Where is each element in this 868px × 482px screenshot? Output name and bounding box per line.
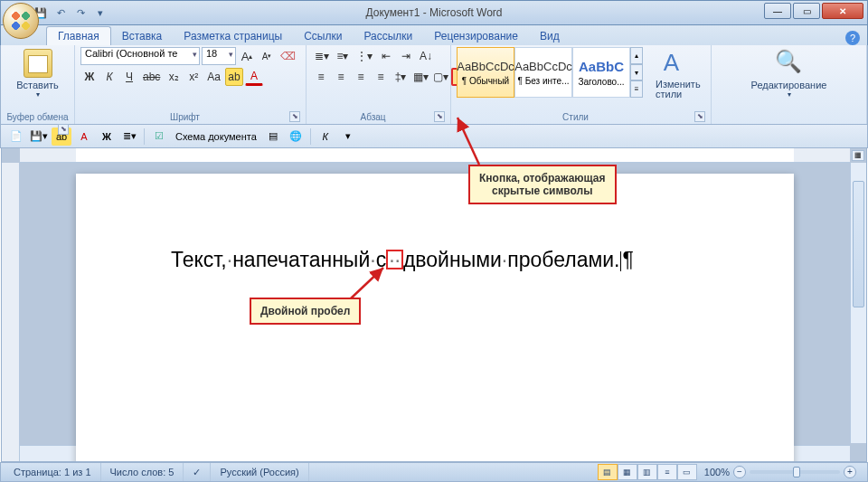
change-styles-label: Изменить стили — [656, 80, 701, 99]
zoom-thumb[interactable] — [793, 467, 800, 477]
tab-mailings[interactable]: Рассылки — [353, 27, 423, 45]
proofing-icon: ✓ — [193, 467, 201, 478]
shrink-font-button[interactable]: A▾ — [258, 47, 276, 65]
tab-review[interactable]: Рецензирование — [423, 27, 529, 45]
page[interactable]: Текст,·напечатанный·с··двойными·пробелам… — [76, 174, 794, 462]
superscript-button[interactable]: x² — [184, 68, 203, 86]
align-center-button[interactable]: ≡ — [332, 68, 350, 86]
change-case-button[interactable]: Aa — [204, 68, 223, 86]
group-paragraph-label: Абзац — [360, 112, 385, 122]
close-button[interactable]: ✕ — [822, 3, 863, 19]
bullet-list-button[interactable]: ≣▾ — [312, 47, 332, 65]
tab-references[interactable]: Ссылки — [293, 27, 353, 45]
outdent-button[interactable]: ⇤ — [377, 47, 395, 65]
change-styles-button[interactable]: A Изменить стили — [650, 47, 706, 101]
border-button[interactable]: ▢▾ — [431, 68, 449, 86]
number-list-button[interactable]: ≡▾ — [334, 47, 352, 65]
qat-undo[interactable]: ↶ — [52, 4, 70, 22]
zoom-in-button[interactable]: + — [844, 466, 856, 478]
shading-button[interactable]: ▦▾ — [411, 68, 429, 86]
clipboard-icon — [24, 49, 52, 78]
ruler-vertical[interactable] — [2, 163, 20, 461]
status-language[interactable]: Русский (Россия) — [211, 463, 308, 481]
minimize-button[interactable]: — — [764, 3, 791, 19]
editing-button[interactable]: 🔍 Редактирование ▾ — [717, 47, 861, 100]
view-web[interactable]: ▥ — [637, 464, 657, 480]
group-styles: AaBbCcDc ¶ Обычный AaBbCcDc ¶ Без инте..… — [451, 45, 712, 124]
font-name-combo[interactable]: Calibri (Основной те — [80, 47, 200, 65]
multilevel-button[interactable]: ⋮▾ — [354, 47, 375, 65]
ruler-horizontal[interactable] — [20, 148, 850, 163]
tb2-bullets[interactable]: ≣▾ — [119, 128, 139, 146]
office-button[interactable] — [3, 3, 39, 39]
scrollbar-vertical[interactable] — [850, 163, 866, 443]
highlight-button[interactable]: ab — [225, 68, 243, 86]
tb2-dropdown[interactable]: ▾ — [338, 128, 358, 146]
font-size-combo[interactable]: 18 — [202, 47, 236, 65]
style-name: ¶ Обычный — [462, 76, 509, 86]
align-right-button[interactable]: ≡ — [352, 68, 370, 86]
status-proofing[interactable]: ✓ — [184, 463, 211, 481]
callout-double-space: Двойной пробел — [250, 298, 361, 325]
line-spacing-button[interactable]: ‡▾ — [392, 68, 410, 86]
qat-redo[interactable]: ↷ — [71, 4, 90, 22]
sort-button[interactable]: A↓ — [417, 47, 435, 65]
view-print-layout[interactable]: ▤ — [598, 464, 618, 480]
view-draft[interactable]: ▭ — [677, 464, 697, 480]
maximize-button[interactable]: ▭ — [793, 3, 820, 19]
tb2-check[interactable]: ☑ — [149, 128, 169, 146]
strike-button[interactable]: abc — [140, 68, 163, 86]
font-color-button[interactable]: A — [245, 68, 263, 86]
paste-button[interactable]: Вставить ▾ — [6, 47, 69, 100]
tb2-save[interactable]: 💾▾ — [29, 128, 49, 146]
tb2-bold[interactable]: Ж — [97, 128, 117, 146]
indent-button[interactable]: ⇥ — [397, 47, 415, 65]
callout-pilcrow: Кнопка, отображающая скрытые символы — [468, 165, 617, 204]
addins-toolbar: 📄 💾▾ ab A Ж ≣▾ ☑ Схема документа ▤ 🌐 К ▾ — [0, 125, 868, 148]
styles-dialog[interactable]: ⬊ — [694, 111, 705, 122]
font-dialog[interactable]: ⬊ — [289, 111, 300, 122]
group-clipboard-label: Буфер обмена — [7, 112, 69, 122]
ruler-toggle[interactable]: ▦ — [852, 150, 864, 161]
tb2-web[interactable]: 🌐 — [286, 128, 306, 146]
styles-scroll[interactable]: ▴▾≡ — [630, 47, 643, 98]
group-paragraph: ≣▾ ≡▾ ⋮▾ ⇤ ⇥ A↓ ≡ ≡ ≡ ≡ ‡▾ ▦▾ ▢▾ ¶ Абзац… — [307, 45, 451, 124]
clipboard-dialog[interactable]: ⬊ — [58, 124, 69, 135]
tb2-italic[interactable]: К — [316, 128, 335, 146]
style-heading1[interactable]: AaBbC Заголово... — [572, 47, 630, 98]
italic-button[interactable]: К — [100, 68, 118, 86]
group-font: Calibri (Основной те 18 A▴ A▾ ⌫ Ж К Ч ab… — [75, 45, 307, 124]
tb2-clear[interactable]: A — [74, 128, 94, 146]
subscript-button[interactable]: x₂ — [165, 68, 183, 86]
view-outline[interactable]: ≡ — [657, 464, 677, 480]
align-justify-button[interactable]: ≡ — [372, 68, 390, 86]
tb2-new[interactable]: 📄 — [6, 128, 26, 146]
zoom-percent[interactable]: 100% — [704, 467, 730, 477]
clear-format-button[interactable]: ⌫ — [278, 47, 298, 65]
tb2-thumbnail[interactable]: ▤ — [263, 128, 283, 146]
style-normal[interactable]: AaBbCcDc ¶ Обычный — [457, 47, 514, 98]
qat-customize[interactable]: ▾ — [91, 4, 109, 22]
status-words[interactable]: Число слов: 5 — [101, 463, 184, 481]
grow-font-button[interactable]: A▴ — [238, 47, 256, 65]
group-font-label: Шрифт — [170, 112, 200, 122]
tab-home[interactable]: Главная — [46, 26, 111, 45]
tab-view[interactable]: Вид — [529, 27, 571, 45]
paragraph-dialog[interactable]: ⬊ — [434, 111, 445, 122]
text-segment: Текст, — [171, 248, 227, 271]
scroll-thumb[interactable] — [853, 181, 864, 307]
tab-page-layout[interactable]: Разметка страницы — [173, 27, 293, 45]
zoom-slider[interactable] — [750, 470, 840, 474]
bold-button[interactable]: Ж — [80, 68, 99, 86]
ribbon: Вставить ▾ Буфер обмена⬊ Calibri (Основн… — [0, 45, 868, 125]
help-icon[interactable]: ? — [845, 31, 860, 45]
doc-map-label[interactable]: Схема документа — [172, 131, 260, 142]
style-no-spacing[interactable]: AaBbCcDc ¶ Без инте... — [514, 47, 572, 98]
status-page[interactable]: Страница: 1 из 1 — [5, 463, 101, 481]
underline-button[interactable]: Ч — [120, 68, 138, 86]
align-left-button[interactable]: ≡ — [312, 68, 330, 86]
document-text[interactable]: Текст,·напечатанный·с··двойными·пробелам… — [171, 248, 634, 272]
zoom-out-button[interactable]: − — [733, 466, 746, 478]
view-full-screen[interactable]: ▦ — [618, 464, 637, 480]
tab-insert[interactable]: Вставка — [111, 27, 174, 45]
